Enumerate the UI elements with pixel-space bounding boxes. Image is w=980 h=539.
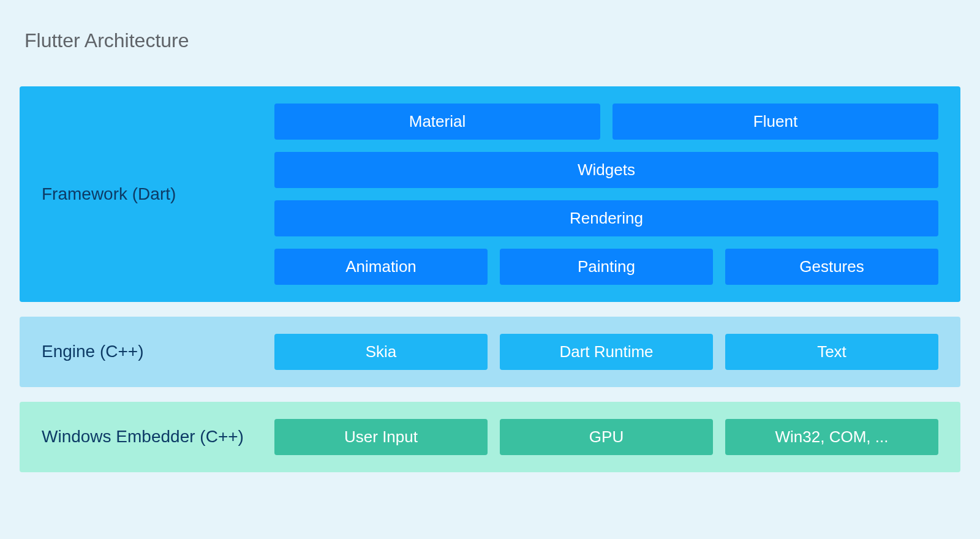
framework-row-1: Widgets (274, 152, 938, 188)
layer-embedder-label: Windows Embedder (C++) (42, 426, 274, 448)
diagram-title: Flutter Architecture (24, 29, 960, 52)
layer-embedder-content: User Input GPU Win32, COM, ... (274, 419, 938, 455)
box-dart-runtime: Dart Runtime (500, 334, 713, 370)
layer-framework-label: Framework (Dart) (42, 183, 274, 205)
engine-row-0: Skia Dart Runtime Text (274, 334, 938, 370)
layer-engine: Engine (C++) Skia Dart Runtime Text (20, 317, 960, 387)
box-widgets: Widgets (274, 152, 938, 188)
embedder-row-0: User Input GPU Win32, COM, ... (274, 419, 938, 455)
framework-row-0: Material Fluent (274, 104, 938, 140)
box-material: Material (274, 104, 600, 140)
box-skia: Skia (274, 334, 488, 370)
layer-framework-content: Material Fluent Widgets Rendering Animat… (274, 104, 938, 285)
box-painting: Painting (500, 249, 713, 285)
layer-embedder: Windows Embedder (C++) User Input GPU Wi… (20, 402, 960, 472)
layer-engine-content: Skia Dart Runtime Text (274, 334, 938, 370)
box-gestures: Gestures (725, 249, 938, 285)
layer-engine-label: Engine (C++) (42, 341, 274, 363)
box-win32-com: Win32, COM, ... (725, 419, 938, 455)
box-fluent: Fluent (612, 104, 938, 140)
box-text: Text (725, 334, 938, 370)
framework-row-3: Animation Painting Gestures (274, 249, 938, 285)
framework-row-2: Rendering (274, 200, 938, 236)
box-rendering: Rendering (274, 200, 938, 236)
box-user-input: User Input (274, 419, 488, 455)
box-animation: Animation (274, 249, 488, 285)
box-gpu: GPU (500, 419, 713, 455)
layer-framework: Framework (Dart) Material Fluent Widgets… (20, 86, 960, 302)
